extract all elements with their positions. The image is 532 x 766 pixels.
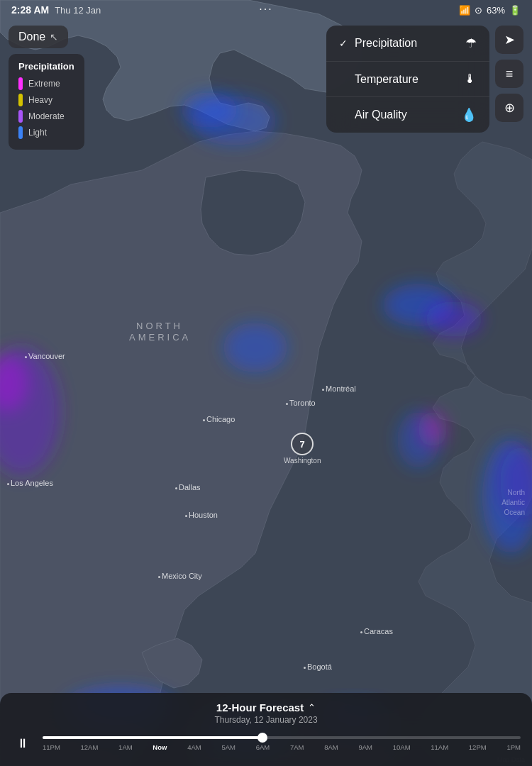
- washington-badge: 7 Washington: [284, 433, 321, 465]
- done-label: Done: [18, 30, 45, 43]
- status-icons: 📶 ⊙ 63% 🔋: [459, 5, 521, 16]
- svg-point-7: [426, 301, 482, 337]
- list-icon: ≡: [506, 67, 514, 82]
- time-label-0: 11PM: [43, 743, 60, 751]
- pause-button[interactable]: ⏸: [11, 732, 34, 755]
- forecast-date: Thursday, 12 January 2023: [11, 715, 521, 725]
- legend-item-label: Moderate: [28, 111, 65, 121]
- time-label-13: 1PM: [506, 743, 521, 751]
- navigate-icon: ➤: [504, 32, 515, 48]
- time-label-3: Now: [153, 743, 167, 751]
- menu-item-icon: ☂: [465, 35, 477, 51]
- time-label-11: 11AM: [431, 743, 448, 751]
- navigation-button[interactable]: ➤: [495, 26, 523, 54]
- precipitation-legend: Precipitation Extreme Heavy Moderate Lig…: [9, 54, 84, 150]
- legend-items: Extreme Heavy Moderate Light: [18, 77, 74, 139]
- time-label-7: 7AM: [290, 743, 304, 751]
- time-label-2: 1AM: [118, 743, 133, 751]
- time-label-8: 8AM: [324, 743, 338, 751]
- svg-point-14: [419, 411, 447, 447]
- legend-color-swatch: [18, 94, 23, 106]
- layers-icon: ⊕: [504, 100, 515, 116]
- location-icon: ⊙: [475, 5, 482, 16]
- cursor-icon: ↖: [50, 31, 58, 43]
- menu-item-label-group: ✓ Precipitation: [339, 37, 417, 50]
- timeline-thumb[interactable]: [257, 733, 267, 743]
- status-dots: ···: [259, 3, 272, 16]
- legend-item: Heavy: [18, 94, 74, 106]
- washington-temp: 7: [291, 433, 314, 455]
- svg-point-3: [223, 323, 287, 372]
- forecast-chevron: ⌃: [308, 702, 316, 713]
- timeline-fill: [43, 736, 262, 739]
- legend-item: Moderate: [18, 110, 74, 123]
- legend-item: Extreme: [18, 77, 74, 90]
- battery-pct: 63%: [487, 5, 505, 16]
- menu-item-temperature[interactable]: ✓ Temperature 🌡: [326, 62, 489, 97]
- bottom-panel: 12-Hour Forecast ⌃ Thursday, 12 January …: [0, 693, 532, 766]
- menu-item-precipitation[interactable]: ✓ Precipitation ☂: [326, 26, 489, 62]
- top-right-buttons: ➤ ≡ ⊕: [495, 26, 523, 122]
- battery-icon: 🔋: [509, 5, 521, 16]
- menu-items-container: ✓ Precipitation ☂ ✓ Temperature 🌡 ✓ Air …: [326, 26, 489, 133]
- menu-item-icon: 🌡: [464, 72, 477, 87]
- legend-item-label: Heavy: [28, 95, 52, 105]
- legend-item-label: Light: [28, 128, 47, 138]
- time-label-12: 12PM: [469, 743, 487, 751]
- time-label-9: 9AM: [358, 743, 372, 751]
- menu-item-text: Precipitation: [355, 37, 417, 50]
- legend-item: Light: [18, 126, 74, 139]
- timeline-labels: 11PM12AM1AMNow4AM5AM6AM7AM8AM9AM10AM11AM…: [43, 743, 521, 751]
- menu-item-label-group: ✓ Air Quality: [339, 109, 407, 121]
- time-label-10: 10AM: [393, 743, 411, 751]
- menu-item-text: Air Quality: [355, 109, 407, 121]
- time-label-1: 12AM: [81, 743, 99, 751]
- status-date: Thu 12 Jan: [55, 5, 101, 16]
- svg-point-2: [181, 92, 238, 128]
- timeline-track[interactable]: [43, 736, 521, 739]
- time-label-5: 5AM: [221, 743, 235, 751]
- status-bar: 2:28 AM Thu 12 Jan ··· 📶 ⊙ 63% 🔋: [0, 0, 532, 20]
- list-button[interactable]: ≡: [495, 60, 523, 88]
- timeline-container: 11PM12AM1AMNow4AM5AM6AM7AM8AM9AM10AM11AM…: [43, 736, 521, 751]
- forecast-header: 12-Hour Forecast ⌃: [11, 701, 521, 714]
- done-button[interactable]: Done ↖: [9, 26, 68, 48]
- legend-title: Precipitation: [18, 61, 74, 72]
- menu-item-text: Temperature: [355, 73, 419, 86]
- menu-item-icon: 💧: [461, 107, 477, 123]
- time-label-6: 6AM: [256, 743, 270, 751]
- legend-color-swatch: [18, 126, 23, 139]
- status-time: 2:28 AM: [11, 4, 49, 16]
- menu-item-label-group: ✓ Temperature: [339, 73, 419, 86]
- menu-check-icon: ✓: [339, 38, 348, 49]
- legend-color-swatch: [18, 77, 23, 90]
- wifi-icon: 📶: [459, 5, 470, 16]
- time-label-4: 4AM: [187, 743, 201, 751]
- washington-label: Washington: [284, 457, 321, 465]
- layers-button[interactable]: ⊕: [495, 94, 523, 122]
- forecast-title: 12-Hour Forecast: [216, 701, 304, 714]
- pause-icon: ⏸: [16, 736, 29, 751]
- legend-item-label: Extreme: [28, 79, 60, 89]
- menu-item-air-quality[interactable]: ✓ Air Quality 💧: [326, 97, 489, 133]
- legend-color-swatch: [18, 110, 23, 123]
- map-layer-menu: ✓ Precipitation ☂ ✓ Temperature 🌡 ✓ Air …: [326, 26, 489, 133]
